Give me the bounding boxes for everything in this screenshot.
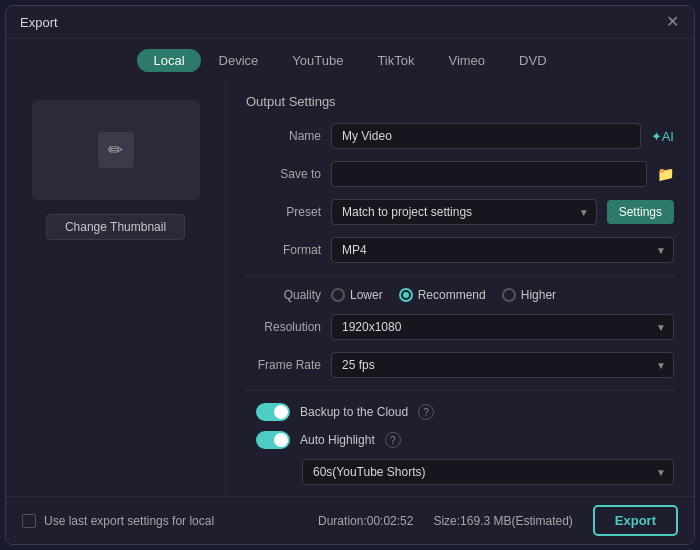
quality-row: Quality Lower Recommend Higher	[246, 288, 674, 302]
quality-higher-radio[interactable]	[502, 288, 516, 302]
preset-select-wrap: Match to project settings ▼	[331, 199, 597, 225]
name-input[interactable]	[331, 123, 641, 149]
right-panel: Output Settings Name ✦AI Save to 📁 Prese…	[226, 80, 694, 496]
resolution-label: Resolution	[246, 320, 321, 334]
backup-label: Backup to the Cloud	[300, 405, 408, 419]
format-select-wrap: MP4 ▼	[331, 237, 674, 263]
auto-highlight-toggle[interactable]	[256, 431, 290, 449]
auto-highlight-sub-select-wrap: 60s(YouTube Shorts) ▼	[302, 459, 674, 485]
quality-lower-label: Lower	[350, 288, 383, 302]
settings-button[interactable]: Settings	[607, 200, 674, 224]
tab-dvd[interactable]: DVD	[503, 49, 562, 72]
quality-radio-group: Lower Recommend Higher	[331, 288, 556, 302]
format-row: Format MP4 ▼	[246, 237, 674, 263]
format-label: Format	[246, 243, 321, 257]
use-last-settings-checkbox[interactable]	[22, 514, 36, 528]
quality-recommend-dot	[403, 292, 409, 298]
quality-lower[interactable]: Lower	[331, 288, 383, 302]
tab-vimeo[interactable]: Vimeo	[432, 49, 501, 72]
auto-highlight-sub-row: 60s(YouTube Shorts) ▼	[246, 459, 674, 485]
window-title: Export	[20, 15, 58, 30]
tab-tiktok[interactable]: TikTok	[361, 49, 430, 72]
auto-highlight-sub-select[interactable]: 60s(YouTube Shorts)	[302, 459, 674, 485]
auto-highlight-toggle-knob	[274, 433, 288, 447]
quality-higher[interactable]: Higher	[502, 288, 556, 302]
use-last-settings-label: Use last export settings for local	[44, 514, 214, 528]
save-to-label: Save to	[246, 167, 321, 181]
name-label: Name	[246, 129, 321, 143]
divider-1	[246, 275, 674, 276]
thumbnail-edit-icon: ✏	[98, 132, 134, 168]
tab-bar: Local Device YouTube TikTok Vimeo DVD	[6, 39, 694, 80]
preset-row: Preset Match to project settings ▼ Setti…	[246, 199, 674, 225]
footer: Use last export settings for local Durat…	[6, 496, 694, 544]
close-button[interactable]: ✕	[664, 14, 680, 30]
size-info: Size:169.3 MB(Estimated)	[433, 514, 572, 528]
quality-recommend-radio[interactable]	[399, 288, 413, 302]
format-select[interactable]: MP4	[331, 237, 674, 263]
backup-toggle[interactable]	[256, 403, 290, 421]
folder-icon[interactable]: 📁	[657, 166, 674, 182]
preset-select[interactable]: Match to project settings	[331, 199, 597, 225]
change-thumbnail-button[interactable]: Change Thumbnail	[46, 214, 185, 240]
save-to-row: Save to 📁	[246, 161, 674, 187]
name-row: Name ✦AI	[246, 123, 674, 149]
content-area: ✏ Change Thumbnail Output Settings Name …	[6, 80, 694, 496]
auto-highlight-row: Auto Highlight ?	[246, 431, 674, 449]
resolution-row: Resolution 1920x1080 ▼	[246, 314, 674, 340]
resolution-select-wrap: 1920x1080 ▼	[331, 314, 674, 340]
preset-label: Preset	[246, 205, 321, 219]
frame-rate-label: Frame Rate	[246, 358, 321, 372]
backup-row: Backup to the Cloud ?	[246, 403, 674, 421]
save-to-input[interactable]	[331, 161, 647, 187]
quality-recommend[interactable]: Recommend	[399, 288, 486, 302]
resolution-select[interactable]: 1920x1080	[331, 314, 674, 340]
output-settings-title: Output Settings	[246, 94, 674, 109]
export-button[interactable]: Export	[593, 505, 678, 536]
tab-youtube[interactable]: YouTube	[276, 49, 359, 72]
duration-info: Duration:00:02:52	[318, 514, 413, 528]
frame-rate-select[interactable]: 25 fps	[331, 352, 674, 378]
auto-highlight-label: Auto Highlight	[300, 433, 375, 447]
tab-local[interactable]: Local	[137, 49, 200, 72]
auto-highlight-help-icon[interactable]: ?	[385, 432, 401, 448]
footer-right: Duration:00:02:52 Size:169.3 MB(Estimate…	[318, 505, 678, 536]
divider-2	[246, 390, 674, 391]
footer-left: Use last export settings for local	[22, 514, 214, 528]
thumbnail-preview: ✏	[32, 100, 200, 200]
export-window: Export ✕ Local Device YouTube TikTok Vim…	[5, 5, 695, 545]
ai-icon[interactable]: ✦AI	[651, 129, 674, 144]
frame-rate-row: Frame Rate 25 fps ▼	[246, 352, 674, 378]
quality-lower-radio[interactable]	[331, 288, 345, 302]
quality-label: Quality	[246, 288, 321, 302]
quality-higher-label: Higher	[521, 288, 556, 302]
backup-help-icon[interactable]: ?	[418, 404, 434, 420]
title-bar: Export ✕	[6, 6, 694, 39]
backup-toggle-knob	[274, 405, 288, 419]
left-panel: ✏ Change Thumbnail	[6, 80, 226, 496]
frame-rate-select-wrap: 25 fps ▼	[331, 352, 674, 378]
quality-recommend-label: Recommend	[418, 288, 486, 302]
tab-device[interactable]: Device	[203, 49, 275, 72]
